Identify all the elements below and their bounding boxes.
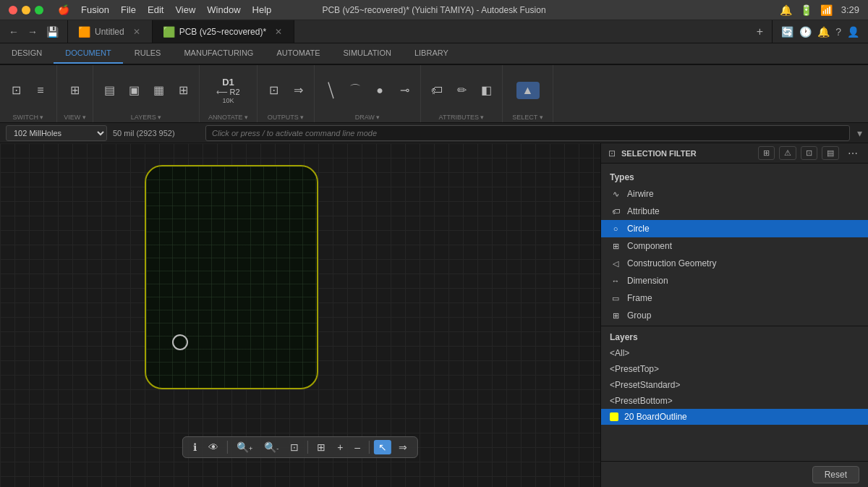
attributes-label[interactable]: ATTRIBUTES ▾ [425,114,498,121]
minimize-button[interactable] [22,6,30,14]
menu-help[interactable]: Help [252,4,272,15]
main-area: ℹ 👁 🔍+ 🔍- ⊡ ⊞ + – ↖ ⇒ ⊡ SELECTION FILTER… [0,143,868,487]
sf-options-button[interactable]: ⋯ [845,148,861,159]
history-forward-button[interactable]: → [25,25,41,39]
zoom-fit-button[interactable]: ⊡ [286,440,303,454]
type-item-construction-geometry[interactable]: ◁ Construction Geometry [601,255,868,272]
view-label[interactable]: VIEW ▾ [61,114,88,121]
zoom-in-button[interactable]: 🔍+ [232,440,257,454]
layer-item-preset-bottom[interactable]: <PresetBottom> [601,393,868,409]
view-btn[interactable]: ⊞ [64,81,87,99]
notification-icon[interactable]: 🔔 [780,4,792,16]
arrow-right-button[interactable]: ⇒ [394,440,412,454]
type-item-group[interactable]: ⊞ Group [601,307,868,323]
draw-circle-btn[interactable]: ● [368,82,391,99]
layer-item-board-outline[interactable]: 20 BoardOutline [601,409,868,425]
layers-btn-1[interactable]: ▤ [98,81,121,99]
type-construction-geometry-label: Construction Geometry [627,258,716,268]
switch-label[interactable]: SWITCH ▾ [4,114,52,121]
attributes-btn-2[interactable]: ✏ [450,81,473,99]
draw-wire-btn[interactable]: ⊸ [393,81,416,99]
mac-menu[interactable]: 🍎 Fusion File Edit View Window Help [58,4,271,15]
maximize-button[interactable] [35,6,43,14]
construction-geometry-icon: ◁ [610,258,621,269]
layer-item-all[interactable]: <All> [601,345,868,361]
nav-tab-simulation[interactable]: SIMULATION [332,43,403,64]
layer-item-preset-standard[interactable]: <PresetStandard> [601,377,868,393]
outputs-label[interactable]: OUTPUTS ▾ [262,114,310,121]
outputs-btn-2[interactable]: ⇒ [286,81,310,99]
outputs-btn-1[interactable]: ⊡ [262,81,285,99]
sf-icon-layers[interactable]: ▤ [822,146,839,160]
apple-menu[interactable]: 🍎 [58,4,69,15]
type-item-airwire[interactable]: ∿ Airwire [601,185,868,203]
sf-icon-group[interactable]: ⊞ [758,146,775,160]
view-icon: ⊞ [70,83,80,97]
menu-fusion[interactable]: Fusion [81,4,109,15]
menu-view[interactable]: View [175,4,195,15]
visibility-button[interactable]: 👁 [204,440,223,454]
help-button[interactable]: ? [835,26,841,38]
sf-icon-warning[interactable]: ⚠ [779,146,796,160]
switch-btn-2[interactable]: ≡ [29,82,52,99]
history-back-button[interactable]: ← [6,25,22,39]
annotate-d1r2[interactable]: D1 ⟵ R2 10K [212,75,244,106]
nav-tab-library[interactable]: LIBRARY [403,43,460,64]
select-label[interactable]: SELECT ▾ [507,114,548,121]
menu-file[interactable]: File [121,4,136,15]
type-item-dimension[interactable]: ↔ Dimension [601,272,868,289]
grid-button[interactable]: ⊞ [312,440,330,454]
tab-untitled[interactable]: 🟧 Untitled ✕ [68,20,153,43]
nav-tab-manufacturing[interactable]: MANUFACTURING [172,43,265,64]
layer-dropdown[interactable]: 102 MillHoles [6,125,107,141]
command-input[interactable] [205,125,850,141]
profile-button[interactable]: 👤 [847,26,859,38]
type-item-frame[interactable]: ▭ Frame [601,289,868,307]
layers-btn-2[interactable]: ▣ [122,81,145,99]
layer-item-preset-top[interactable]: <PresetTop> [601,361,868,377]
switch-btn-1[interactable]: ⊡ [4,81,27,99]
tab-pcb-close[interactable]: ✕ [273,27,284,37]
attributes-btn-1[interactable]: 🏷 [425,82,448,99]
layers-btn-3[interactable]: ▦ [147,81,170,99]
tab-untitled-close[interactable]: ✕ [132,27,142,37]
add-object-button[interactable]: + [333,440,347,454]
info-button[interactable]: ℹ [189,440,201,454]
save-button[interactable]: 💾 [43,25,61,39]
type-item-component[interactable]: ⊞ Component [601,237,868,255]
menu-edit[interactable]: Edit [148,4,163,15]
sync-button[interactable]: 🔄 [781,26,793,38]
add-tab-button[interactable]: + [748,20,772,43]
remove-object-button[interactable]: – [350,440,365,454]
toolbar-annotate-group: D1 ⟵ R2 10K ANNOTATE ▾ [200,65,258,122]
close-button[interactable] [9,6,17,14]
nav-tab-rules[interactable]: RULES [123,43,173,64]
zoom-out-button[interactable]: 🔍- [260,440,283,454]
draw-line-btn[interactable]: ╱ [319,80,342,101]
cursor-select-button[interactable]: ↖ [374,440,391,454]
types-section: Types ∿ Airwire 🏷 Attribute ○ Circle ⊞ C… [601,164,868,323]
canvas-area[interactable]: ℹ 👁 🔍+ 🔍- ⊡ ⊞ + – ↖ ⇒ [0,143,600,487]
history-button[interactable]: 🕐 [799,26,812,38]
nav-tab-design[interactable]: DESIGN [0,43,54,64]
reset-button[interactable]: Reset [812,466,859,483]
draw-label[interactable]: DRAW ▾ [319,114,416,121]
annotate-label[interactable]: ANNOTATE ▾ [204,114,252,121]
attributes-btn-3[interactable]: ◧ [475,81,498,99]
layers-label[interactable]: LAYERS ▾ [98,114,195,121]
select-btn[interactable]: ▲ [516,82,540,99]
tab-right-buttons: 🔄 🕐 🔔 ? 👤 [772,20,868,43]
command-dropdown-arrow[interactable]: ▾ [857,127,862,139]
nav-tab-document[interactable]: DOCUMENT [54,43,123,64]
draw-arc-btn[interactable]: ⌒ [344,80,367,100]
tab-nav-area[interactable]: ← → 💾 [0,20,68,43]
alerts-button[interactable]: 🔔 [817,26,830,38]
type-item-circle[interactable]: ○ Circle [601,220,868,237]
type-item-attribute[interactable]: 🏷 Attribute [601,203,868,220]
tab-pcb[interactable]: 🟩 PCB (v25~recovered)* ✕ [153,20,294,43]
menu-window[interactable]: Window [207,4,240,15]
nav-tab-automate[interactable]: AUTOMATE [265,43,331,64]
sf-icon-filter[interactable]: ⊡ [801,146,817,160]
layers-btn-4[interactable]: ⊞ [171,81,195,99]
window-controls[interactable] [9,6,43,14]
